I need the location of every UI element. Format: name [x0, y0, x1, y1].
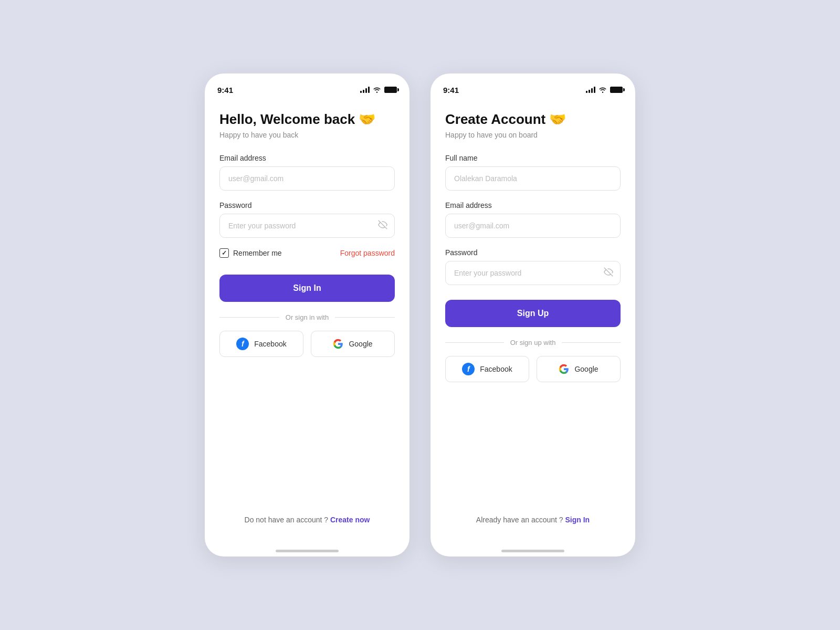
- login-title: Hello, Welcome back 🤝: [219, 111, 395, 128]
- home-bar: [276, 550, 339, 552]
- login-google-button[interactable]: Google: [311, 331, 395, 357]
- sign-in-button[interactable]: Sign In: [219, 275, 395, 302]
- signup-eye-icon[interactable]: [604, 267, 613, 279]
- signup-card: 9:41 Create Account 🤝 Happy to have you …: [430, 74, 635, 556]
- signup-email-input[interactable]: [445, 214, 621, 238]
- already-account-text: Already have an account ?: [476, 516, 563, 524]
- signal-icon: [360, 87, 370, 93]
- signup-divider-line-left: [445, 342, 504, 343]
- login-status-icons: [360, 87, 397, 93]
- login-email-wrapper: [219, 166, 395, 191]
- screens-container: 9:41 Hello, Welcome back 🤝 Happy to have…: [205, 74, 635, 556]
- signup-fullname-input[interactable]: [445, 166, 621, 191]
- login-facebook-button[interactable]: f Facebook: [219, 331, 303, 357]
- signup-bottom-link: Already have an account ? Sign In: [445, 510, 621, 524]
- login-time: 9:41: [217, 86, 233, 94]
- sign-up-button[interactable]: Sign Up: [445, 300, 621, 327]
- login-divider: Or sign in with: [219, 313, 395, 321]
- google-icon: [333, 339, 343, 349]
- create-now-link[interactable]: Create now: [330, 516, 370, 524]
- signup-password-group: Password: [445, 248, 621, 285]
- signup-wifi-icon: [598, 87, 607, 93]
- login-social-row: f Facebook Google: [219, 331, 395, 357]
- signup-signal-icon: [586, 87, 595, 93]
- signup-fullname-wrapper: [445, 166, 621, 191]
- signup-fullname-label: Full name: [445, 154, 621, 162]
- battery-icon: [384, 87, 397, 93]
- wifi-icon: [373, 87, 381, 93]
- login-bottom-link: Do not have an account ? Create now: [219, 510, 395, 524]
- signup-battery-icon: [610, 87, 623, 93]
- login-email-group: Email address: [219, 154, 395, 191]
- signup-status-bar: 9:41: [430, 74, 635, 99]
- login-content: Hello, Welcome back 🤝 Happy to have you …: [205, 99, 410, 540]
- signup-google-label: Google: [574, 365, 598, 373]
- signup-social-row: f Facebook Google: [445, 356, 621, 382]
- signup-time: 9:41: [443, 86, 459, 94]
- signup-divider: Or sign up with: [445, 339, 621, 346]
- login-facebook-label: Facebook: [254, 340, 286, 348]
- divider-line-left: [219, 317, 279, 318]
- signup-email-label: Email address: [445, 201, 621, 209]
- remember-forgot-row: ✓ Remember me Forgot password: [219, 248, 395, 258]
- signup-email-group: Email address: [445, 201, 621, 238]
- login-password-label: Password: [219, 201, 395, 209]
- sign-in-link[interactable]: Sign In: [565, 516, 590, 524]
- signup-status-icons: [586, 87, 623, 93]
- no-account-text: Do not have an account ?: [245, 516, 329, 524]
- divider-line-right: [335, 317, 395, 318]
- remember-me-row: ✓ Remember me: [219, 248, 282, 258]
- signup-divider-text: Or sign up with: [510, 339, 556, 346]
- login-home-indicator: [205, 540, 410, 556]
- login-status-bar: 9:41: [205, 74, 410, 99]
- login-email-input[interactable]: [219, 166, 395, 191]
- signup-fullname-group: Full name: [445, 154, 621, 191]
- signup-facebook-label: Facebook: [480, 365, 512, 373]
- remember-me-label: Remember me: [233, 249, 282, 257]
- signup-facebook-button[interactable]: f Facebook: [445, 356, 529, 382]
- signup-google-button[interactable]: Google: [537, 356, 621, 382]
- signup-subtitle: Happy to have you on board: [445, 131, 621, 139]
- signup-home-indicator: [430, 540, 635, 556]
- signup-email-wrapper: [445, 214, 621, 238]
- check-mark: ✓: [222, 249, 227, 257]
- remember-checkbox[interactable]: ✓: [219, 248, 229, 258]
- login-divider-text: Or sign in with: [286, 313, 329, 321]
- login-card: 9:41 Hello, Welcome back 🤝 Happy to have…: [205, 74, 410, 556]
- signup-title: Create Account 🤝: [445, 111, 621, 128]
- login-google-label: Google: [349, 340, 372, 348]
- login-password-input[interactable]: [219, 214, 395, 238]
- login-email-label: Email address: [219, 154, 395, 162]
- login-password-group: Password: [219, 201, 395, 238]
- signup-password-input[interactable]: [445, 261, 621, 285]
- signup-facebook-icon: f: [462, 363, 475, 375]
- signup-divider-line-right: [562, 342, 621, 343]
- signup-google-icon: [559, 364, 569, 374]
- forgot-password-link[interactable]: Forgot password: [340, 249, 395, 257]
- facebook-icon: f: [236, 338, 249, 350]
- signup-content: Create Account 🤝 Happy to have you on bo…: [430, 99, 635, 540]
- signup-password-wrapper: [445, 261, 621, 285]
- signup-password-label: Password: [445, 248, 621, 257]
- login-eye-icon[interactable]: [378, 220, 387, 232]
- login-subtitle: Happy to have you back: [219, 131, 395, 139]
- login-password-wrapper: [219, 214, 395, 238]
- signup-home-bar: [501, 550, 564, 552]
